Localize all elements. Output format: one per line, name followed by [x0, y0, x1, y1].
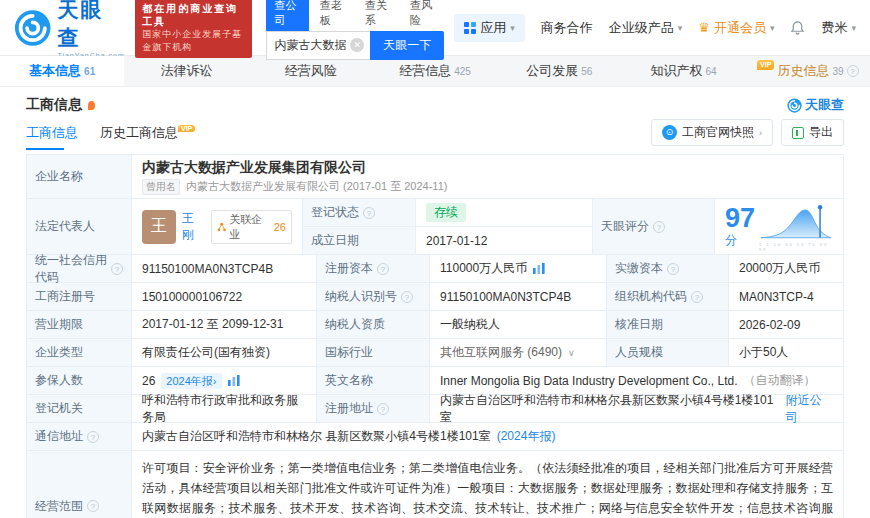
reg-capital: 110000万人民币: [440, 260, 527, 277]
subtab-history-business-info[interactable]: 历史工商信息VIP: [100, 124, 195, 150]
former-name: 内蒙古大数据产业发展有限公司 (2017-01 至 2024-11): [186, 179, 447, 194]
watermark-text: 天眼查: [805, 96, 844, 114]
chevron-down-icon: ▾: [510, 23, 515, 33]
help-icon[interactable]: ?: [377, 403, 389, 415]
taxpayer-id-label: 纳税人识别号?: [317, 283, 430, 310]
section-title: 工商信息: [26, 96, 82, 114]
tianyancha-company-page: 天眼查 TianYanCha.com 都在用的商业查询工具 国家中小企业发展子基…: [0, 0, 870, 518]
nearby-companies-link[interactable]: 附近公司: [786, 392, 833, 426]
table-row-company-type: 企业类型 有限责任公司(国有独资) 国标行业 其他互联网服务 (6490) ∨ …: [27, 339, 843, 367]
score-axis-ticks: 1 5 10 30 50 70 90 99: [759, 242, 833, 252]
search-tab-company[interactable]: 查公司: [266, 0, 309, 31]
reg-address-cell: 内蒙古自治区呼和浩特市和林格尔县新区数聚小镇4号楼1楼101室 附近公司: [430, 395, 843, 422]
english-name-cell: Inner Mongolia Big Data Industry Develop…: [430, 367, 843, 394]
nav-enterprise-label: 企业级产品: [609, 19, 674, 37]
table-row-reg-authority: 登记机关 呼和浩特市行政审批和政务服务局 注册地址? 内蒙古自治区呼和浩特市和林…: [27, 395, 843, 423]
insured-cell: 26 2024年报›: [132, 367, 317, 394]
score-cell[interactable]: 97分 1 5 10 30 50 70 90 99: [715, 199, 843, 254]
tab-history-info[interactable]: VIP 历史信息39 ?: [746, 56, 870, 86]
hot-dot-icon: [88, 101, 95, 110]
help-icon[interactable]: ?: [87, 431, 99, 443]
help-icon[interactable]: ?: [401, 291, 413, 303]
help-icon[interactable]: ?: [87, 500, 99, 512]
nav-enterprise-products[interactable]: 企业级产品 ▾: [609, 19, 683, 37]
slogan-line2: 国家中小企业发展子基金旗下机构: [142, 28, 244, 54]
search-tab-relation[interactable]: 查关系: [356, 0, 399, 31]
business-term-label: 营业期限: [27, 311, 132, 338]
capital-trend-icon[interactable]: [533, 263, 545, 274]
nav-apps-label: 应用: [480, 19, 506, 37]
tab-legal-proceedings[interactable]: 法律诉讼: [124, 56, 248, 86]
company-type-label: 企业类型: [27, 339, 132, 366]
export-button[interactable]: 导出: [781, 119, 844, 146]
main-tabbar: 基本信息61 法律诉讼 经营风险 经营信息425 公司发展56 知识产权64 V…: [0, 56, 870, 87]
search-tab-risk[interactable]: 查风险: [401, 0, 444, 31]
industry-label: 国标行业: [317, 339, 430, 366]
help-icon[interactable]: ?: [377, 263, 389, 275]
staff-size-label: 人员规模: [607, 339, 729, 366]
help-icon[interactable]: ?: [667, 263, 679, 275]
auto-translate-note: （自动翻译）: [744, 372, 816, 389]
apps-grid-icon: [464, 22, 476, 34]
help-icon[interactable]: ?: [847, 65, 859, 77]
official-snapshot-button[interactable]: ⊙ 工商官网快照 ›: [651, 119, 773, 146]
staff-size: 小于50人: [729, 339, 843, 366]
related-companies-badge[interactable]: 关联企业 26: [211, 210, 292, 244]
table-row-mail-address: 通信地址? 内蒙古自治区呼和浩特市和林格尔 县新区数聚小镇4号楼1楼101室 (…: [27, 423, 843, 451]
english-name: Inner Mongolia Big Data Industry Develop…: [440, 374, 738, 388]
network-icon: [217, 222, 226, 232]
table-row-legal-rep: 法定代表人 王 王刚 关联企业 26: [27, 199, 843, 255]
search-tab-boss[interactable]: 查老板: [311, 0, 354, 31]
tianyancha-logo[interactable]: 天眼查 TianYanCha.com: [14, 0, 125, 59]
credit-code: 91150100MA0N3TCP4B: [132, 255, 317, 282]
nav-membership[interactable]: ♛ 开通会员 ▾: [698, 19, 774, 37]
score-label: 天眼评分?: [593, 199, 715, 254]
taxpayer-quality: 一般纳税人: [430, 311, 607, 338]
mail-address: 内蒙古自治区呼和浩特市和林格尔 县新区数聚小镇4号楼1楼101室: [142, 428, 491, 445]
tab-company-development[interactable]: 公司发展56: [497, 56, 621, 86]
legal-rep-avatar[interactable]: 王: [142, 210, 176, 244]
tab-intellectual-property[interactable]: 知识产权64: [621, 56, 745, 86]
insured-trend-icon[interactable]: [228, 375, 240, 386]
annual-report-badge[interactable]: 2024年报›: [161, 373, 221, 389]
reg-authority: 呼和浩特市行政审批和政务服务局: [132, 395, 317, 422]
tab-basic-info[interactable]: 基本信息61: [0, 56, 124, 86]
expand-icon[interactable]: ∨: [568, 348, 575, 358]
reg-number-label: 工商注册号: [27, 283, 132, 310]
help-icon[interactable]: ?: [363, 207, 375, 219]
chevron-right-icon: ›: [759, 128, 762, 138]
established-date-label: 成立日期: [303, 227, 416, 254]
nav-apps[interactable]: 应用 ▾: [454, 14, 525, 42]
help-icon[interactable]: ?: [691, 291, 703, 303]
legal-rep-name[interactable]: 王刚: [182, 210, 205, 244]
help-icon[interactable]: ?: [653, 221, 665, 233]
help-icon[interactable]: ?: [111, 263, 123, 275]
notification-bell-icon[interactable]: [790, 20, 805, 35]
org-code: MA0N3TCP-4: [729, 283, 843, 310]
company-type: 有限责任公司(国有独资): [132, 339, 317, 366]
annual-report-link[interactable]: (2024年报): [497, 428, 556, 445]
business-scope-label: 经营范围?: [27, 451, 132, 518]
reg-authority-label: 登记机关: [27, 395, 132, 422]
subtab-business-info[interactable]: 工商信息: [26, 124, 78, 150]
reg-number: 150100000106722: [132, 283, 317, 310]
insured-count: 26: [142, 374, 155, 388]
chevron-down-icon: ▾: [678, 23, 683, 33]
org-code-label: 组织机构代码?: [607, 283, 729, 310]
tianyancha-logo-icon: [14, 9, 51, 47]
score-unit: 分: [725, 233, 737, 247]
insured-label: 参保人数: [27, 367, 132, 394]
credit-code-label: 统一社会信用代码?: [27, 255, 132, 282]
approval-date-label: 核准日期: [607, 311, 729, 338]
taxpayer-quality-label: 纳税人资质: [317, 311, 430, 338]
business-scope: 许可项目：安全评价业务；第一类增值电信业务；第二类增值电信业务。（依法须经批准的…: [132, 451, 843, 518]
nav-username: 费米: [821, 19, 847, 37]
mail-address-cell: 内蒙古自治区呼和浩特市和林格尔 县新区数聚小镇4号楼1楼101室 (2024年报…: [132, 423, 843, 450]
nav-business-coop[interactable]: 商务合作: [541, 19, 593, 37]
nav-user-menu[interactable]: 费米 ▾: [821, 19, 856, 37]
english-name-label: 英文名称: [317, 367, 430, 394]
tab-operating-info[interactable]: 经营信息425: [373, 56, 497, 86]
top-header: 天眼查 TianYanCha.com 都在用的商业查询工具 国家中小企业发展子基…: [0, 0, 870, 56]
table-row-credit-code: 统一社会信用代码? 91150100MA0N3TCP4B 注册资本? 11000…: [27, 255, 843, 283]
tab-operating-risk[interactable]: 经营风险: [249, 56, 373, 86]
